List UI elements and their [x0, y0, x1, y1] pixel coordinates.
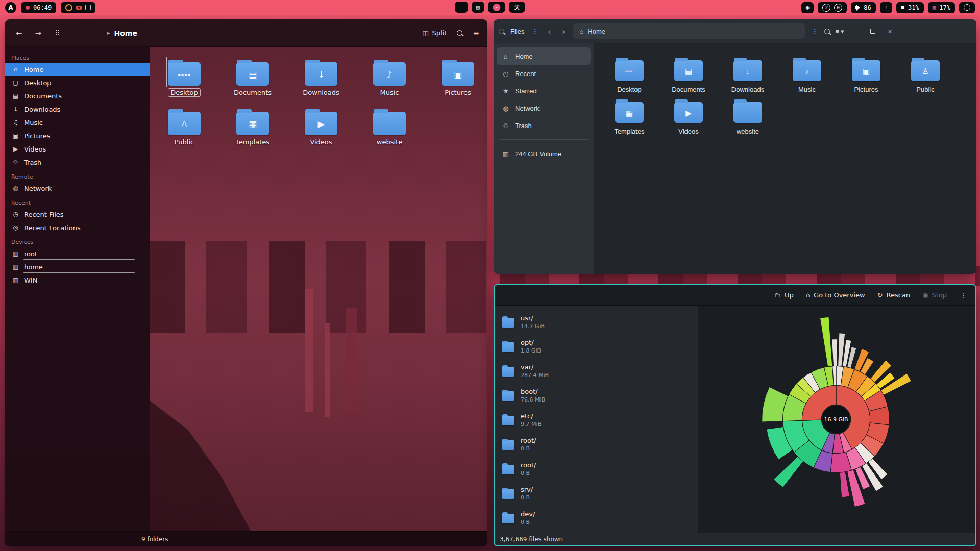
file-website[interactable]: website	[358, 106, 421, 153]
file-music[interactable]: ♪Music	[779, 57, 835, 93]
overview-button[interactable]: ⌂ Go to Overview	[806, 291, 865, 299]
file-documents[interactable]: ▤Documents	[660, 57, 717, 93]
sidebar-item-recent[interactable]: ◷Recent	[497, 65, 591, 82]
split-view-button[interactable]: ◫ Split	[422, 29, 447, 37]
search-icon[interactable]	[457, 30, 462, 36]
badge-count: 2	[822, 4, 830, 12]
screenshot-widget[interactable]: ◉	[801, 2, 814, 13]
volume-widget[interactable]: 86	[851, 2, 875, 13]
pictures-emblem-icon: ▣	[852, 61, 880, 81]
camera-icon[interactable]	[76, 6, 82, 10]
sidebar-item-documents[interactable]: ▤Documents	[5, 89, 150, 103]
layout-float-button[interactable]: —	[455, 2, 468, 13]
maximize-button[interactable]	[867, 25, 879, 37]
browser-icon[interactable]	[65, 4, 72, 11]
power-widget[interactable]	[959, 2, 975, 13]
sidebar-item-trash[interactable]: ♲Trash	[497, 117, 591, 134]
quicklaunch-widget[interactable]	[61, 2, 95, 13]
bluetooth-widget[interactable]: ᚲ	[880, 2, 893, 13]
sidebar-item-home[interactable]: ⌂Home	[5, 63, 150, 76]
file-website[interactable]: website	[720, 98, 776, 135]
sidebar-item-home[interactable]: ▥home	[5, 260, 150, 273]
menu-icon[interactable]: ≡	[473, 29, 479, 38]
file-templates[interactable]: ▦Templates	[601, 98, 657, 135]
folder-icon: ↓	[305, 62, 337, 86]
folder-icon-wrap: ♙	[168, 108, 201, 135]
sidebar-item-videos[interactable]: ▶Videos	[5, 142, 150, 156]
sidebar-item-desktop[interactable]: ▢Desktop	[5, 76, 150, 89]
sunburst-segment[interactable]	[820, 317, 832, 366]
sidebar-item-win[interactable]: ▥WIN	[5, 273, 150, 287]
sunburst-segment[interactable]	[832, 339, 838, 366]
clock-widget[interactable]: 06:49	[21, 2, 56, 13]
rescan-button[interactable]: ↻ Rescan	[877, 291, 910, 299]
stop-button[interactable]: ◉ Stop	[922, 291, 947, 299]
location-menu-icon[interactable]: ⋮	[810, 27, 819, 35]
kebab-menu-icon[interactable]: ⋮	[530, 27, 540, 35]
folder-row-boot-[interactable]: boot/76.6 MiB	[495, 383, 698, 408]
file-pictures[interactable]: ▣Pictures	[838, 57, 894, 93]
app-icon[interactable]	[85, 5, 91, 10]
file-desktop[interactable]: ▪▪▪▪Desktop	[153, 56, 216, 104]
folder-row-dev-[interactable]: dev/0 B	[495, 506, 698, 530]
sidebar-item-volume[interactable]: ▥244 GB Volume	[497, 145, 591, 162]
view-toggle-button[interactable]: ≡ ▾	[835, 28, 844, 35]
back-button[interactable]: ←	[13, 29, 24, 38]
file-public[interactable]: ♙Public	[153, 106, 216, 153]
sidebar-item-label: Home	[24, 66, 43, 73]
sidebar-item-trash[interactable]: ♲Trash	[5, 156, 150, 169]
up-button[interactable]: 🗀 Up	[774, 291, 794, 299]
location-bar[interactable]: ⌂ Home	[573, 23, 805, 39]
sidebar-item-label: WIN	[24, 277, 37, 284]
file-downloads[interactable]: ↓Downloads	[289, 56, 353, 104]
file-documents[interactable]: ▤Documents	[221, 56, 284, 104]
sunburst-segment[interactable]	[774, 457, 803, 488]
sidebar-item-downloads[interactable]: ↓Downloads	[5, 103, 150, 116]
file-videos[interactable]: ▶Videos	[660, 98, 717, 135]
kebab-menu-icon[interactable]: ⋮	[959, 291, 968, 299]
file-videos[interactable]: ▶Videos	[289, 106, 353, 153]
launcher-logo[interactable]: A	[5, 2, 16, 13]
folder-row-usr-[interactable]: usr/14.7 GiB	[495, 310, 698, 334]
folder-row-etc-[interactable]: etc/9.7 MiB	[495, 408, 698, 432]
folder-row-root-[interactable]: root/0 B	[495, 432, 698, 457]
breadcrumb[interactable]: ▸ Home	[107, 29, 137, 37]
folder-row-var-[interactable]: var/287.4 MiB	[495, 359, 698, 383]
file-desktop[interactable]: ▪▪▪▪Desktop	[601, 57, 657, 93]
folder-icon: ▶	[674, 102, 703, 123]
file-public[interactable]: ♙Public	[897, 57, 953, 93]
folder-row-srv-[interactable]: srv/0 B	[495, 481, 698, 506]
sidebar-item-root[interactable]: ▥root	[5, 247, 150, 260]
file-downloads[interactable]: ↓Downloads	[720, 57, 776, 93]
minimize-button[interactable]: –	[849, 25, 862, 37]
folder-size: 0 B	[521, 470, 536, 477]
sidebar-item-recent-files[interactable]: ◷Recent Files	[5, 208, 150, 221]
sidebar-item-music[interactable]: ♫Music	[5, 116, 150, 129]
notification-widget[interactable]: 2 0	[818, 2, 847, 13]
sidebar-item-network[interactable]: ◍Network	[5, 182, 150, 195]
forward-button[interactable]: →	[33, 29, 44, 38]
layout-tile-button[interactable]: ▤	[472, 2, 484, 13]
layout-max-button[interactable]	[509, 2, 525, 13]
forward-button[interactable]: ›	[559, 27, 568, 36]
search-folder-icon[interactable]	[824, 29, 830, 34]
sidebar-item-home[interactable]: ⌂Home	[497, 47, 591, 65]
apps-grid-icon[interactable]: ⠿	[52, 29, 63, 37]
sidebar-item-network[interactable]: ◍Network	[497, 99, 591, 117]
close-button[interactable]: ×	[884, 25, 896, 37]
back-button[interactable]: ‹	[545, 27, 554, 36]
file-templates[interactable]: ▦Templates	[221, 106, 284, 153]
search-icon[interactable]	[499, 29, 504, 34]
file-music[interactable]: ♪Music	[358, 56, 421, 104]
folder-icon	[733, 102, 762, 123]
file-label: Pictures	[854, 86, 878, 93]
folder-row-root-[interactable]: root/0 B	[495, 457, 698, 481]
memory-widget[interactable]: ≡ 31%	[896, 2, 923, 13]
sidebar-item-recent-locations[interactable]: ◎Recent Locations	[5, 221, 150, 234]
battery-widget[interactable]: ▦ 17%	[928, 2, 955, 13]
sidebar-item-starred[interactable]: ★Starred	[497, 82, 591, 99]
layout-current-button[interactable]: ≡	[488, 2, 505, 13]
folder-row-opt-[interactable]: opt/1.8 GiB	[495, 334, 698, 359]
file-pictures[interactable]: ▣Pictures	[426, 56, 487, 104]
sidebar-item-pictures[interactable]: ▣Pictures	[5, 129, 150, 142]
